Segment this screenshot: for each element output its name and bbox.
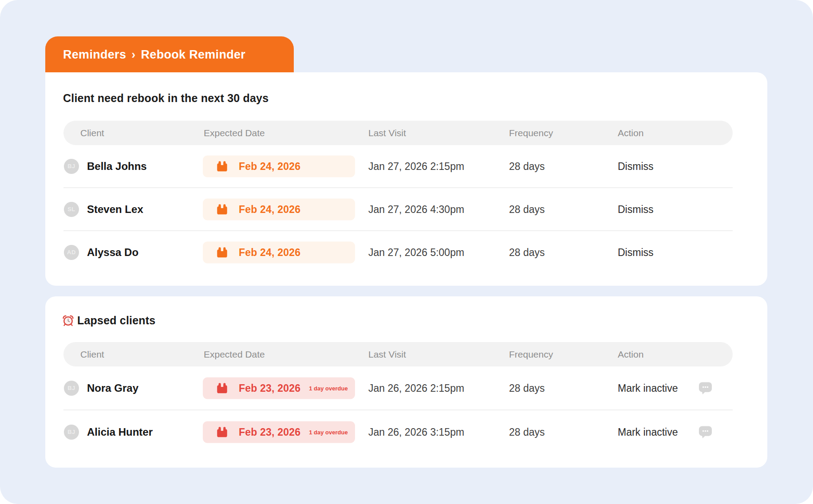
calendar-icon <box>216 246 228 258</box>
overdue-label: 1 day overdue <box>309 429 347 435</box>
column-header-expected-date: Expected Date <box>204 128 265 138</box>
column-header-client: Client <box>80 349 104 360</box>
table-row: SL Steven Lex Feb 24, 2026 Jan 27, 2026 … <box>63 187 733 230</box>
lapsed-clients-card: Lapsed clients Client Expected Date Last… <box>45 296 767 468</box>
lapsed-card-title-row: Lapsed clients <box>62 314 155 327</box>
table-row: BJ Nora Gray Feb 23, 2026 1 day overdue … <box>63 366 733 410</box>
column-header-action: Action <box>618 349 643 360</box>
frequency: 28 days <box>509 203 545 215</box>
alarm-clock-icon <box>62 315 74 327</box>
expected-date-badge: Feb 24, 2026 <box>203 241 355 263</box>
expected-date: Feb 24, 2026 <box>239 203 300 215</box>
avatar: SL <box>64 202 79 217</box>
avatar: BJ <box>64 159 79 174</box>
overdue-label: 1 day overdue <box>309 385 347 391</box>
calendar-icon <box>216 203 228 215</box>
frequency: 28 days <box>509 246 545 258</box>
column-header-last-visit: Last Visit <box>368 128 406 138</box>
upcoming-card-title: Client need rebook in the next 30 days <box>63 92 268 105</box>
dismiss-button[interactable]: Dismiss <box>618 160 654 172</box>
lapsed-table-header: Client Expected Date Last Visit Frequenc… <box>63 342 733 366</box>
last-visit: Jan 26, 2026 3:15pm <box>368 426 464 438</box>
last-visit: Jan 27, 2026 2:15pm <box>368 160 464 172</box>
avatar: AD <box>64 245 79 260</box>
expected-date-badge: Feb 24, 2026 <box>203 198 355 220</box>
calendar-icon <box>216 160 228 172</box>
expected-date-badge: Feb 24, 2026 <box>203 155 355 177</box>
chat-bubble-icon[interactable] <box>699 425 712 439</box>
client-name: Bella Johns <box>87 160 147 173</box>
expected-date: Feb 24, 2026 <box>239 160 300 172</box>
breadcrumb: Reminders › Rebook Reminder <box>45 36 294 73</box>
column-header-expected-date: Expected Date <box>204 349 265 360</box>
app-background: Reminders › Rebook Reminder Client need … <box>0 0 813 504</box>
column-header-client: Client <box>80 128 104 138</box>
lapsed-table: Client Expected Date Last Visit Frequenc… <box>63 342 733 453</box>
last-visit: Jan 27, 2026 4:30pm <box>368 203 464 215</box>
calendar-icon <box>216 426 228 438</box>
mark-inactive-button[interactable]: Mark inactive <box>618 382 678 394</box>
overdue-date-badge: Feb 23, 2026 1 day overdue <box>203 421 355 443</box>
frequency: 28 days <box>509 160 545 172</box>
avatar: BJ <box>64 425 79 440</box>
lapsed-card-title: Lapsed clients <box>77 314 155 327</box>
expected-date: Feb 24, 2026 <box>239 246 300 258</box>
mark-inactive-button[interactable]: Mark inactive <box>618 426 678 438</box>
calendar-icon <box>216 382 228 394</box>
breadcrumb-separator: › <box>131 48 135 62</box>
overdue-date-badge: Feb 23, 2026 1 day overdue <box>203 377 355 399</box>
avatar: BJ <box>64 381 79 396</box>
table-row: AD Alyssa Do Feb 24, 2026 Jan 27, 2026 5… <box>63 230 733 273</box>
client-name: Alyssa Do <box>87 246 138 259</box>
chat-bubble-icon[interactable] <box>699 382 712 395</box>
client-name: Alicia Hunter <box>87 426 153 438</box>
breadcrumb-item-rebook-reminder[interactable]: Rebook Reminder <box>141 48 246 62</box>
frequency: 28 days <box>509 382 545 394</box>
column-header-frequency: Frequency <box>509 128 553 138</box>
upcoming-table: Client Expected Date Last Visit Frequenc… <box>63 121 733 273</box>
column-header-last-visit: Last Visit <box>368 349 406 360</box>
expected-date: Feb 23, 2026 <box>239 382 300 394</box>
dismiss-button[interactable]: Dismiss <box>618 203 654 215</box>
breadcrumb-item-reminders[interactable]: Reminders <box>63 48 126 62</box>
upcoming-table-header: Client Expected Date Last Visit Frequenc… <box>63 121 733 145</box>
frequency: 28 days <box>509 426 545 438</box>
expected-date: Feb 23, 2026 <box>239 426 300 438</box>
column-header-action: Action <box>618 128 643 138</box>
column-header-frequency: Frequency <box>509 349 553 360</box>
upcoming-rebook-card: Client need rebook in the next 30 days C… <box>45 72 767 286</box>
client-name: Steven Lex <box>87 203 143 216</box>
table-row: BJ Alicia Hunter Feb 23, 2026 1 day over… <box>63 410 733 453</box>
client-name: Nora Gray <box>87 382 138 394</box>
last-visit: Jan 27, 2026 5:00pm <box>368 246 464 258</box>
last-visit: Jan 26, 2026 2:15pm <box>368 382 464 394</box>
dismiss-button[interactable]: Dismiss <box>618 246 654 258</box>
table-row: BJ Bella Johns Feb 24, 2026 Jan 27, 2026… <box>63 145 733 187</box>
